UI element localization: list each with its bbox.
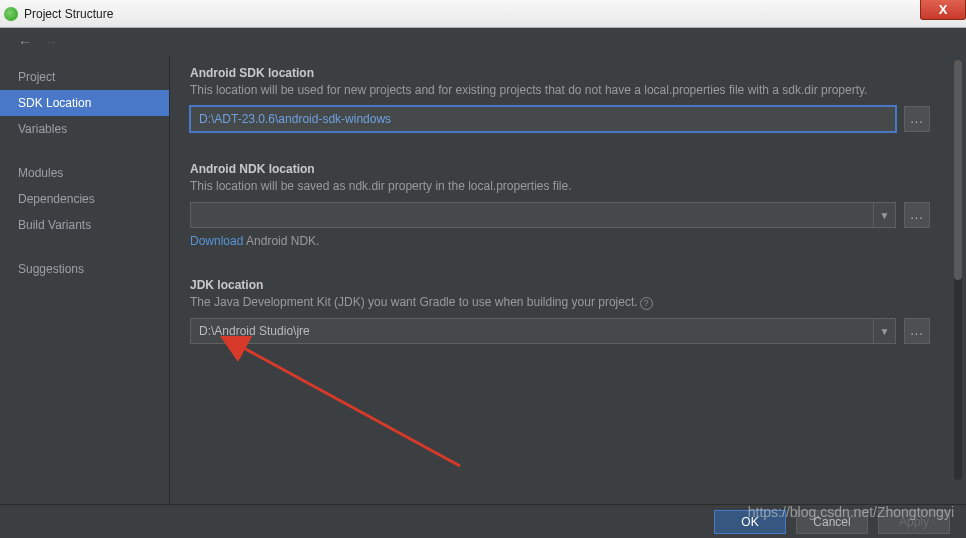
sidebar-item-label: Project	[18, 70, 55, 84]
sidebar-item-suggestions[interactable]: Suggestions	[0, 256, 169, 282]
apply-button: Apply	[878, 510, 950, 534]
ok-label: OK	[741, 515, 758, 529]
sidebar-item-sdk-location[interactable]: SDK Location	[0, 90, 169, 116]
jdk-browse-button[interactable]: ...	[904, 318, 930, 344]
ellipsis-icon: ...	[910, 112, 923, 126]
jdk-desc-text: The Java Development Kit (JDK) you want …	[190, 295, 638, 309]
jdk-location-dropdown[interactable]: D:\Android Studio\jre ▼	[190, 318, 896, 344]
jdk-input-row: D:\Android Studio\jre ▼ ...	[190, 318, 930, 344]
section-jdk: JDK location The Java Development Kit (J…	[190, 278, 930, 344]
sidebar-item-dependencies[interactable]: Dependencies	[0, 186, 169, 212]
close-button[interactable]: X	[920, 0, 966, 20]
ndk-title: Android NDK location	[190, 162, 930, 176]
sidebar-item-label: Variables	[18, 122, 67, 136]
download-rest: Android NDK.	[243, 234, 319, 248]
sidebar-item-project[interactable]: Project	[0, 64, 169, 90]
sidebar-separator	[0, 142, 169, 160]
titlebar: Project Structure X	[0, 0, 966, 28]
help-icon[interactable]: ?	[640, 297, 653, 310]
sdk-title: Android SDK location	[190, 66, 930, 80]
sidebar-item-build-variants[interactable]: Build Variants	[0, 212, 169, 238]
cancel-button[interactable]: Cancel	[796, 510, 868, 534]
sdk-desc: This location will be used for new proje…	[190, 82, 930, 98]
sdk-location-input[interactable]	[190, 106, 896, 132]
sidebar: Project SDK Location Variables Modules D…	[0, 56, 170, 504]
sidebar-item-label: Build Variants	[18, 218, 91, 232]
chevron-down-icon: ▼	[873, 319, 895, 343]
ellipsis-icon: ...	[910, 208, 923, 222]
ellipsis-icon: ...	[910, 324, 923, 338]
ndk-desc: This location will be saved as ndk.dir p…	[190, 178, 930, 194]
sidebar-item-label: Suggestions	[18, 262, 84, 276]
ndk-input-row: ▼ ...	[190, 202, 930, 228]
sidebar-separator	[0, 238, 169, 256]
section-sdk: Android SDK location This location will …	[190, 66, 930, 132]
download-ndk-link[interactable]: Download	[190, 234, 243, 248]
scrollbar[interactable]	[954, 60, 962, 480]
svg-line-0	[240, 346, 460, 466]
section-ndk: Android NDK location This location will …	[190, 162, 930, 248]
ndk-location-dropdown[interactable]: ▼	[190, 202, 896, 228]
body-area: Project SDK Location Variables Modules D…	[0, 56, 966, 504]
footer: OK Cancel Apply	[0, 504, 966, 538]
sidebar-item-label: Modules	[18, 166, 63, 180]
sdk-browse-button[interactable]: ...	[904, 106, 930, 132]
nav-toolbar: ← →	[0, 28, 966, 56]
sidebar-item-variables[interactable]: Variables	[0, 116, 169, 142]
ndk-download-line: Download Android NDK.	[190, 234, 930, 248]
chevron-down-icon: ▼	[873, 203, 895, 227]
forward-arrow-icon: →	[44, 34, 58, 50]
sidebar-item-label: Dependencies	[18, 192, 95, 206]
sidebar-item-label: SDK Location	[18, 96, 91, 110]
back-arrow-icon[interactable]: ←	[18, 34, 32, 50]
app-icon	[4, 7, 18, 21]
jdk-desc: The Java Development Kit (JDK) you want …	[190, 294, 930, 310]
ok-button[interactable]: OK	[714, 510, 786, 534]
ndk-browse-button[interactable]: ...	[904, 202, 930, 228]
sdk-input-row: ...	[190, 106, 930, 132]
main-panel: Android SDK location This location will …	[170, 56, 966, 504]
jdk-title: JDK location	[190, 278, 930, 292]
jdk-value: D:\Android Studio\jre	[199, 324, 310, 338]
sidebar-item-modules[interactable]: Modules	[0, 160, 169, 186]
annotation-arrow	[220, 336, 480, 476]
close-icon: X	[939, 2, 948, 17]
cancel-label: Cancel	[813, 515, 850, 529]
scrollbar-thumb[interactable]	[954, 60, 962, 280]
apply-label: Apply	[899, 515, 929, 529]
window-title: Project Structure	[24, 7, 113, 21]
